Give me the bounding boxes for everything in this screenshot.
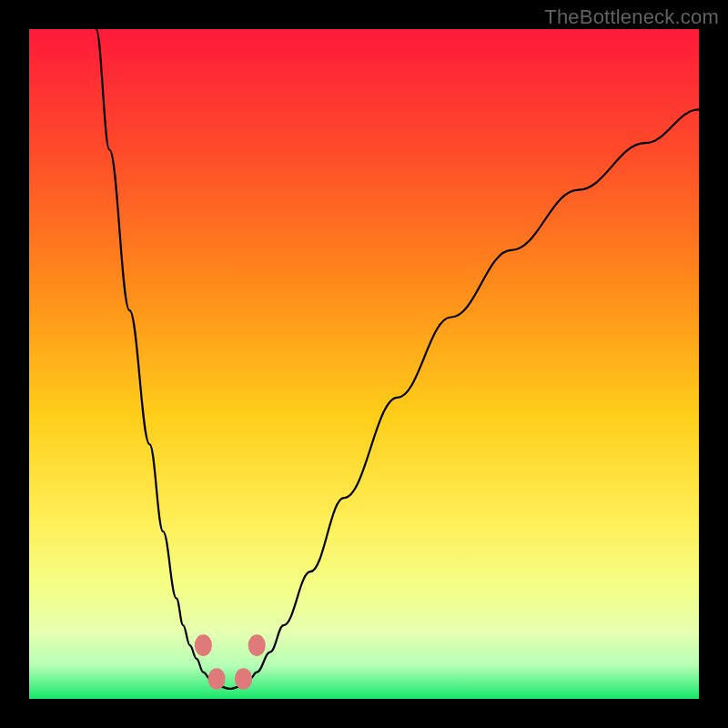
- watermark-text: TheBottleneck.com: [544, 5, 719, 29]
- left-lower-marker: [208, 668, 226, 690]
- left-upper-marker: [195, 634, 212, 656]
- outer-frame: TheBottleneck.com: [0, 0, 728, 728]
- gradient-rect: [29, 29, 699, 699]
- plot-area: [29, 29, 699, 699]
- right-upper-marker: [248, 634, 266, 656]
- right-lower-marker: [235, 668, 252, 690]
- chart-svg: [29, 29, 699, 699]
